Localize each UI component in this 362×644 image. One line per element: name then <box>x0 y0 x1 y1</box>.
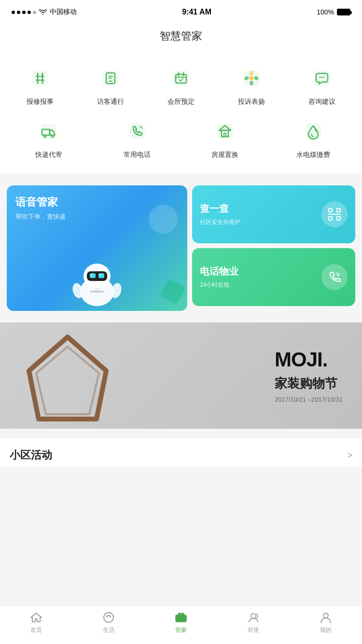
phone-icon <box>122 116 153 147</box>
nav-label-neighbor: 邻里 <box>248 626 259 634</box>
carrier-name: 中国移动 <box>50 8 77 16</box>
phone-property-title: 电话物业 <box>200 265 238 278</box>
svg-point-20 <box>321 77 323 78</box>
status-time: 9:41 AM <box>182 8 211 16</box>
svg-point-13 <box>250 76 253 80</box>
menu-label-repair: 报修报事 <box>27 98 54 106</box>
query-card-title: 查一查 <box>200 202 240 215</box>
mine-nav-icon <box>319 611 333 624</box>
banner-section[interactable]: MOJI. 家装购物节 2017/10/21 –2017/10/31 <box>0 322 362 429</box>
svg-rect-43 <box>337 209 340 212</box>
svg-rect-44 <box>329 217 332 220</box>
cards-right: 查一查 社区安全共维护 电话物业 24小时在线 <box>192 185 355 311</box>
svg-point-21 <box>323 77 325 78</box>
nav-item-neighbor[interactable]: 邻里 <box>217 611 290 634</box>
butler-nav-icon <box>174 611 188 624</box>
flower-icon <box>236 63 267 94</box>
menu-label-courier: 快递代寄 <box>35 151 62 159</box>
svg-rect-35 <box>98 273 104 278</box>
visitor-icon <box>95 63 126 94</box>
phone-property-card[interactable]: 电话物业 24小时在线 <box>192 248 355 306</box>
banner-date: 2017/10/21 –2017/10/31 <box>275 396 343 403</box>
nav-label-mine: 我的 <box>320 626 332 634</box>
menu-item-courier[interactable]: 快递代寄 <box>20 116 78 159</box>
phone-call-icon <box>321 264 348 290</box>
status-left: 中国移动 <box>12 8 77 16</box>
menu-label-complaint: 投诉表扬 <box>238 98 265 106</box>
section-gap-2 <box>0 318 362 322</box>
bottom-spacer <box>0 467 362 506</box>
menu-item-complaint[interactable]: 投诉表扬 <box>223 63 280 106</box>
svg-rect-0 <box>32 70 48 86</box>
menu-item-repair[interactable]: 报修报事 <box>11 63 69 106</box>
phone-property-text: 电话物业 24小时在线 <box>200 265 238 289</box>
section-gap-1 <box>0 174 362 179</box>
voice-butler-card[interactable]: 语音管家 帮你下单，查快递 <box>7 185 187 311</box>
svg-point-51 <box>110 616 111 617</box>
phone-property-subtitle: 24小时在线 <box>200 281 238 289</box>
query-card[interactable]: 查一查 社区安全共维护 <box>192 185 355 243</box>
deco-circle <box>149 205 178 234</box>
nav-item-butler[interactable]: 管家 <box>145 611 217 634</box>
wrench-icon <box>25 63 56 94</box>
deco-shape <box>160 279 186 305</box>
menu-item-consult[interactable]: 咨询建议 <box>293 63 351 106</box>
neighbor-nav-icon <box>246 611 261 624</box>
banner-title: 家装购物节 <box>275 375 343 392</box>
banner-content: MOJI. 家装购物节 2017/10/21 –2017/10/31 <box>275 348 343 403</box>
svg-rect-54 <box>181 613 184 616</box>
activities-section: 小区活动 > <box>0 438 362 467</box>
svg-point-56 <box>323 613 328 618</box>
svg-rect-46 <box>337 217 340 220</box>
menu-item-utility[interactable]: 水电煤缴费 <box>284 116 342 159</box>
query-card-text: 查一查 社区安全共维护 <box>200 202 240 226</box>
robot-illustration <box>66 248 128 311</box>
menu-label-club: 会所预定 <box>167 98 195 106</box>
svg-point-49 <box>104 613 113 622</box>
nav-label-life: 生活 <box>103 626 114 634</box>
house-icon <box>209 116 240 147</box>
activities-header: 小区活动 > <box>10 448 352 462</box>
menu-label-house: 房屋置换 <box>211 151 238 159</box>
chat-icon <box>306 63 337 94</box>
svg-rect-41 <box>90 291 104 293</box>
truck-icon <box>33 116 64 147</box>
svg-point-15 <box>250 81 253 85</box>
svg-rect-37 <box>99 274 101 276</box>
bottom-nav: 首页 生活 管家 <box>0 605 362 644</box>
menu-item-visitor[interactable]: 访客通行 <box>82 63 139 106</box>
life-nav-icon <box>101 611 116 624</box>
menu-section: 报修报事 访客通行 <box>0 53 362 174</box>
nav-label-butler: 管家 <box>175 626 187 634</box>
menu-row-1: 报修报事 访客通行 <box>0 63 362 116</box>
svg-rect-53 <box>178 613 181 616</box>
svg-point-14 <box>250 71 253 76</box>
query-card-subtitle: 社区安全共维护 <box>200 218 240 226</box>
cards-section: 语音管家 帮你下单，查快递 <box>0 179 362 318</box>
query-scan-icon <box>321 201 348 227</box>
activities-title: 小区活动 <box>10 448 52 462</box>
section-gap-3 <box>0 429 362 434</box>
wifi-icon <box>39 9 47 15</box>
svg-rect-42 <box>329 209 332 212</box>
page-title: 智慧管家 <box>0 21 362 53</box>
svg-rect-34 <box>90 273 96 278</box>
svg-point-55 <box>251 614 256 618</box>
svg-point-19 <box>320 77 321 78</box>
nav-item-life[interactable]: 生活 <box>72 611 145 634</box>
water-icon <box>298 116 329 147</box>
home-nav-icon <box>29 611 43 624</box>
menu-item-house[interactable]: 房屋置换 <box>196 116 254 159</box>
nav-item-mine[interactable]: 我的 <box>290 611 362 634</box>
battery-fill <box>338 10 349 14</box>
nav-item-home[interactable]: 首页 <box>0 611 72 634</box>
menu-label-utility: 水电煤缴费 <box>296 151 330 159</box>
menu-item-phone[interactable]: 常用电话 <box>108 116 166 159</box>
menu-item-club[interactable]: 会所预定 <box>152 63 210 106</box>
battery-icon <box>337 9 350 15</box>
nav-label-home: 首页 <box>30 626 42 634</box>
status-right: 100% <box>317 8 350 16</box>
signal-dots <box>12 11 36 14</box>
menu-label-visitor: 访客通行 <box>97 98 124 106</box>
activities-more-button[interactable]: > <box>347 450 352 461</box>
